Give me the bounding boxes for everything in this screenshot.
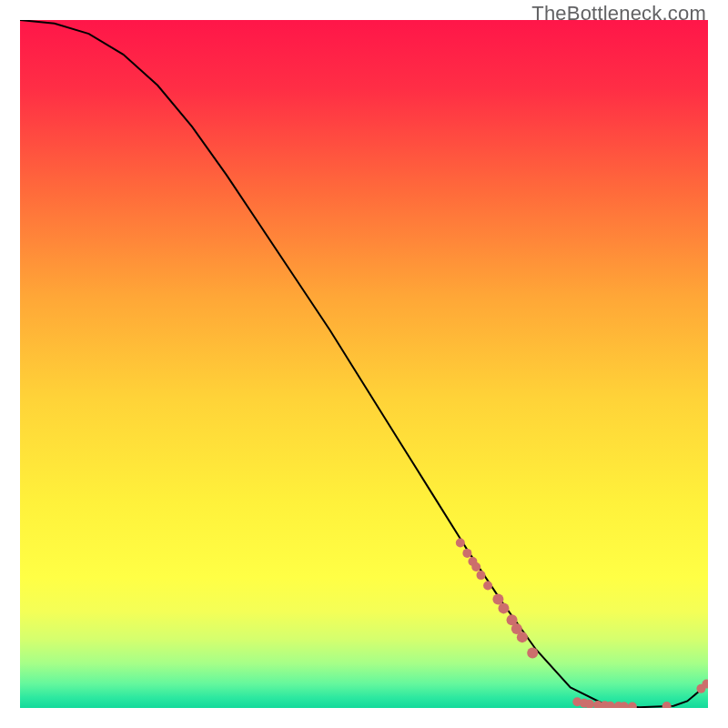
curve-line	[20, 20, 708, 707]
marker-point	[662, 702, 672, 708]
marker-point	[498, 602, 509, 613]
marker-point	[471, 562, 480, 571]
plot-area	[20, 20, 708, 708]
chart-container: TheBottleneck.com	[0, 0, 728, 728]
chart-overlay	[20, 20, 708, 708]
marker-point	[628, 702, 637, 708]
marker-group	[456, 539, 708, 708]
marker-point	[456, 539, 465, 548]
marker-point	[477, 571, 486, 580]
marker-point	[527, 648, 538, 659]
marker-point	[483, 581, 492, 590]
marker-point	[462, 549, 471, 558]
marker-point	[517, 632, 528, 642]
